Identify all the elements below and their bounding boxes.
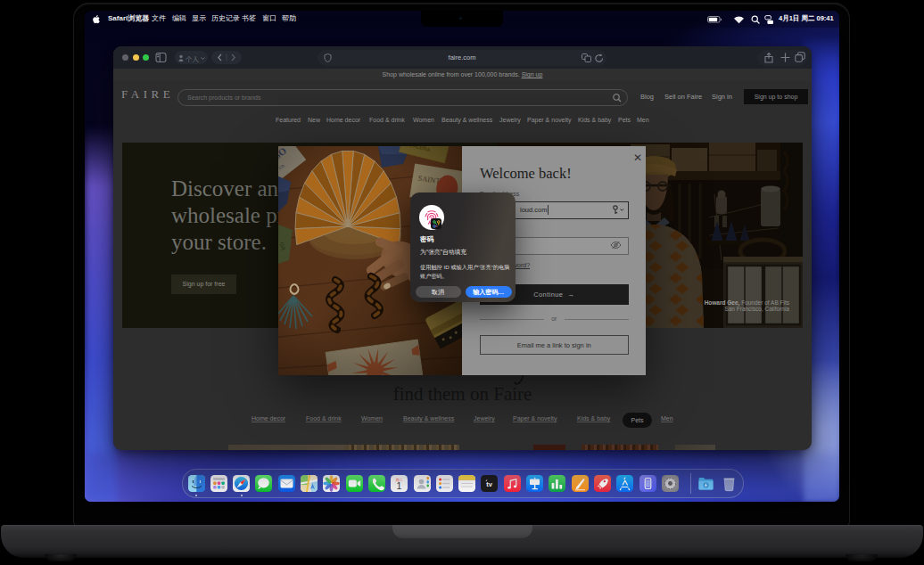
svg-text:tv: tv	[487, 480, 493, 488]
svg-text:1: 1	[397, 480, 402, 491]
svg-text:个人: 个人	[186, 54, 200, 61]
